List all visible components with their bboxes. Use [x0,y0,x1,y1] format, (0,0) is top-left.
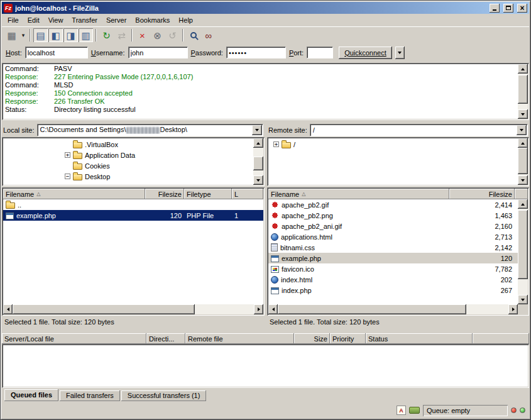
file-row[interactable]: apache_pb2_ani.gif2,160 [268,221,518,231]
toggle-log-icon[interactable]: ▤ [33,28,48,42]
vertical-scrollbar[interactable] [253,138,263,185]
toggle-remote-tree-icon[interactable]: ◨ [63,28,78,42]
scroll-down-button[interactable] [518,295,528,304]
remote-site-combo[interactable]: / [310,124,528,136]
refresh-icon[interactable]: ↻ [99,28,114,42]
scroll-up-button[interactable] [518,138,528,148]
file-row[interactable]: apache_pb2.png1,463 [268,210,518,221]
queue-column-header[interactable]: Priority [330,333,366,344]
scroll-down-button[interactable] [518,109,528,119]
scroll-up-button[interactable] [253,138,263,148]
scroll-up-button[interactable] [518,64,528,74]
encryption-icon[interactable] [409,407,420,414]
password-input[interactable] [226,47,286,58]
tree-item[interactable]: Cookies [3,160,253,171]
queue-column-header[interactable]: Size [294,333,330,344]
file-row[interactable]: applications.html2,713 [268,231,518,242]
toggle-local-tree-icon[interactable]: ◧ [48,28,63,42]
quickconnect-button[interactable]: Quickconnect [339,47,392,59]
menu-transfer[interactable]: Transfer [67,14,102,26]
tree-item[interactable]: −Desktop [3,171,253,182]
scroll-left-button[interactable] [268,304,278,314]
filter-icon[interactable] [186,28,200,42]
column-header-filetype[interactable]: Filetype [184,189,232,199]
tree-item[interactable]: +/ [268,139,518,150]
queue-column-header[interactable]: Status [366,333,473,344]
queue-column-header[interactable]: Server/Local file [2,333,146,344]
expand-icon[interactable]: + [273,141,279,147]
toggle-queue-icon[interactable]: ▥ [79,28,93,42]
scroll-up-button[interactable] [518,199,528,209]
cancel-icon[interactable]: × [135,28,150,42]
splitter-horizontal[interactable] [2,328,529,333]
process-queue-icon[interactable]: ⇄ [114,28,129,42]
reconnect-icon[interactable]: ↺ [165,28,180,42]
quickconnect-dropdown[interactable] [395,47,405,59]
file-row[interactable]: example.php120PHP File1 [3,210,263,221]
tree-item[interactable]: .VirtualBox [3,139,253,150]
disconnect-icon[interactable]: ⊗ [150,28,165,42]
scroll-left-button[interactable] [3,304,13,314]
scrollbar-thumb[interactable] [518,148,528,174]
file-row[interactable]: example.php120 [268,253,518,263]
vertical-scrollbar[interactable] [518,199,528,304]
file-row[interactable]: index.php267 [268,285,518,296]
find-icon[interactable]: ∞ [201,28,216,42]
scrollbar-thumb[interactable] [13,304,195,314]
minimize-button[interactable] [490,4,500,13]
column-header-filename[interactable]: Filename△ [3,189,145,199]
scroll-right-button[interactable] [508,304,518,314]
transfer-type-icon[interactable]: A [397,406,406,415]
remote-site-combo-dropdown[interactable] [517,125,527,135]
close-icon: × [520,4,524,12]
port-input[interactable] [307,47,333,58]
menu-edit[interactable]: Edit [23,14,44,26]
remote-path: / [313,126,516,134]
file-row[interactable]: favicon.ico7,782 [268,263,518,274]
file-row[interactable]: bitnami.css2,142 [268,242,518,253]
css-file-icon [271,243,278,251]
local-site-combo-dropdown[interactable] [252,125,262,135]
menu-file[interactable]: File [3,14,23,26]
vertical-scrollbar[interactable] [518,64,528,119]
menu-help[interactable]: Help [174,14,197,26]
scroll-right-button[interactable] [254,304,263,314]
file-row[interactable]: apache_pb2.gif2,414 [268,199,518,210]
file-row[interactable]: index.html202 [268,274,518,285]
column-header-l[interactable]: L [232,189,263,199]
local-selection-status: Selected 1 file. Total size: 120 bytes [2,316,265,328]
tab-queued-files[interactable]: Queued files [4,389,58,401]
site-manager-dropdown[interactable]: ▾ [19,28,27,42]
maximize-button[interactable] [503,4,513,13]
vertical-scrollbar[interactable] [518,138,528,185]
close-button[interactable]: × [517,4,527,13]
column-header-filename[interactable]: Filename△ [268,189,449,199]
scrollbar-thumb[interactable] [253,157,263,170]
tree-item[interactable]: +Application Data [3,150,253,160]
folder-icon [282,142,291,148]
collapse-icon[interactable]: − [65,174,70,179]
local-site-combo[interactable]: C:\Documents and Settings\Desktop\ [37,124,263,136]
menu-bookmarks[interactable]: Bookmarks [131,14,174,26]
column-header-filesize[interactable]: Filesize [449,189,515,199]
queue-column-header[interactable]: Remote file [185,333,294,344]
tab-failed-transfers[interactable]: Failed transfers [60,390,120,401]
site-manager-icon[interactable]: ▦ [4,28,19,42]
column-header-filesize[interactable]: Filesize [145,189,184,199]
tab-successful-transfers-1[interactable]: Successful transfers (1) [121,390,207,401]
scrollbar-thumb[interactable] [518,75,528,104]
horizontal-scrollbar[interactable] [268,304,518,314]
transfer-queue[interactable] [2,344,529,388]
scroll-down-button[interactable] [518,175,528,185]
file-row[interactable]: .. [3,199,263,210]
username-input[interactable] [128,47,188,58]
menu-server[interactable]: Server [102,14,131,26]
scroll-down-button[interactable] [253,175,263,185]
queue-column-header[interactable]: Directi... [146,333,185,344]
scrollbar-thumb[interactable] [518,210,528,279]
host-input[interactable] [25,47,88,58]
expand-icon[interactable]: + [65,152,70,158]
scrollbar-thumb[interactable] [278,304,466,314]
horizontal-scrollbar[interactable] [3,304,263,314]
menu-view[interactable]: View [44,14,68,26]
